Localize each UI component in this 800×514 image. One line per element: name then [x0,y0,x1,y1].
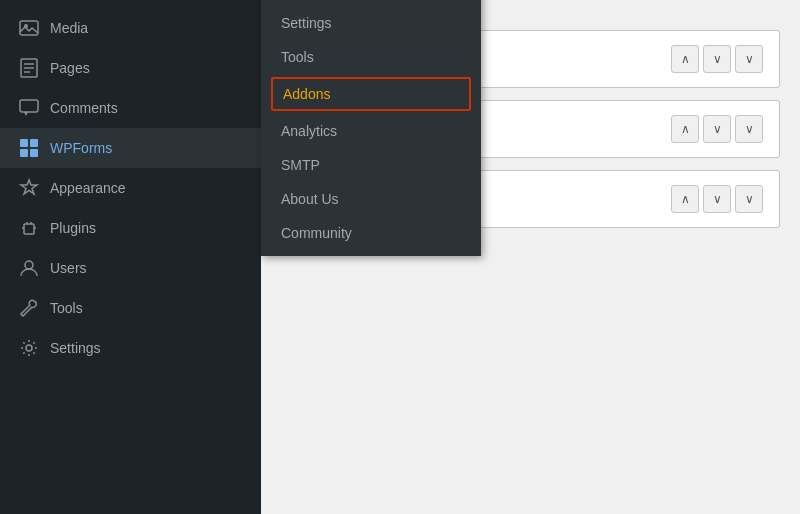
sidebar-item-users[interactable]: Users [0,248,261,288]
users-icon [18,257,40,279]
wpforms-submenu: All Forms Add New Entries Settings Tools… [261,0,481,256]
row3-down-button[interactable]: ∨ [703,185,731,213]
svg-rect-11 [24,224,34,234]
sidebar-item-media[interactable]: Media [0,8,261,48]
sidebar-item-tools[interactable]: Tools [0,288,261,328]
appearance-icon [18,177,40,199]
row1-collapse-button[interactable]: ∨ [735,45,763,73]
sidebar-item-comments[interactable]: Comments [0,88,261,128]
tools-icon [18,297,40,319]
admin-sidebar: Media Pages Comments [0,0,261,514]
sidebar-item-comments-label: Comments [50,100,118,116]
row2-up-button[interactable]: ∧ [671,115,699,143]
row1-up-button[interactable]: ∧ [671,45,699,73]
submenu-item-settings[interactable]: Settings [261,6,481,40]
comments-icon [18,97,40,119]
media-icon [18,17,40,39]
svg-point-12 [25,261,33,269]
wpforms-icon [18,137,40,159]
plugins-icon [18,217,40,239]
svg-rect-8 [30,139,38,147]
row3-up-button[interactable]: ∧ [671,185,699,213]
svg-rect-9 [20,149,28,157]
svg-rect-10 [30,149,38,157]
sidebar-item-appearance[interactable]: Appearance [0,168,261,208]
sidebar-item-wpforms[interactable]: WPForms All Forms Add New Entries Settin… [0,128,261,168]
row-controls-2: ∧ ∨ ∨ [671,115,763,143]
sidebar-item-appearance-label: Appearance [50,180,126,196]
row-controls-1: ∧ ∨ ∨ [671,45,763,73]
svg-rect-0 [20,21,38,35]
sidebar-item-tools-label: Tools [50,300,83,316]
svg-rect-6 [20,100,38,112]
svg-rect-7 [20,139,28,147]
row2-collapse-button[interactable]: ∨ [735,115,763,143]
sidebar-item-pages-label: Pages [50,60,90,76]
sidebar-item-settings-label: Settings [50,340,101,356]
sidebar-item-settings[interactable]: Settings [0,328,261,368]
sidebar-item-users-label: Users [50,260,87,276]
submenu-item-about-us[interactable]: About Us [261,182,481,216]
submenu-item-community[interactable]: Community [261,216,481,250]
sidebar-item-wpforms-label: WPForms [50,140,112,156]
row2-down-button[interactable]: ∨ [703,115,731,143]
sidebar-item-pages[interactable]: Pages [0,48,261,88]
submenu-item-smtp[interactable]: SMTP [261,148,481,182]
sidebar-item-media-label: Media [50,20,88,36]
svg-point-13 [26,345,32,351]
submenu-item-analytics[interactable]: Analytics [261,114,481,148]
sidebar-item-plugins-label: Plugins [50,220,96,236]
row-controls-3: ∧ ∨ ∨ [671,185,763,213]
submenu-item-tools[interactable]: Tools [261,40,481,74]
sidebar-item-plugins[interactable]: Plugins [0,208,261,248]
pages-icon [18,57,40,79]
row1-down-button[interactable]: ∨ [703,45,731,73]
row3-collapse-button[interactable]: ∨ [735,185,763,213]
settings-icon [18,337,40,359]
submenu-item-addons[interactable]: Addons [271,77,471,111]
